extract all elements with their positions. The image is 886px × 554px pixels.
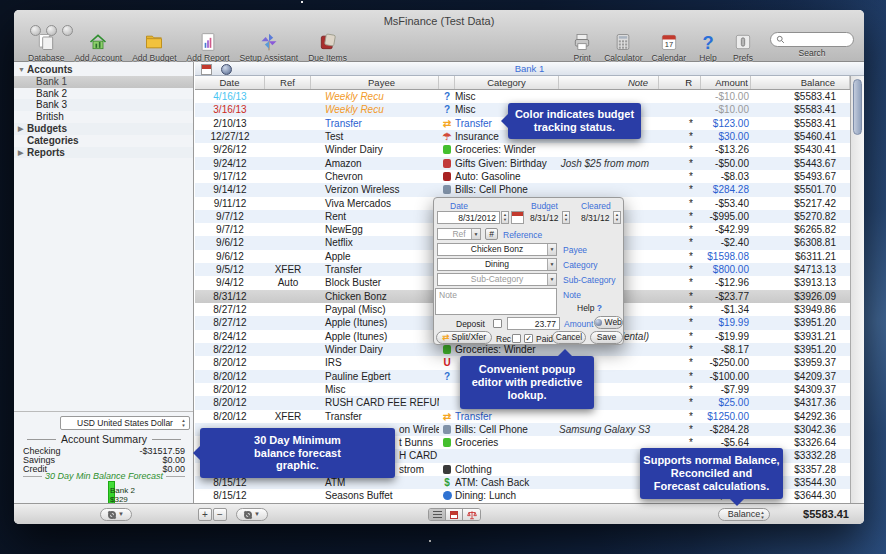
toolbar-button-setup-assistant[interactable]: Setup Assistant xyxy=(240,32,299,63)
sidebar-item-bank-3[interactable]: Bank 3 xyxy=(14,99,193,111)
column-header-payee[interactable]: Payee xyxy=(311,76,439,89)
sidebar-item-british[interactable]: British xyxy=(14,111,193,123)
transaction-row[interactable]: 4/16/13Weekly Recu?Misc-$10.00$5583.41 xyxy=(195,90,850,103)
balance-mode-select[interactable]: Balance ▲▼ xyxy=(718,508,770,521)
rec-checkbox[interactable] xyxy=(512,334,521,343)
deposit-checkbox[interactable] xyxy=(493,319,502,328)
sidebar-item-label: Bank 3 xyxy=(36,99,67,110)
cell-ref xyxy=(265,303,311,316)
combo-arrow-icon: ▼ xyxy=(547,274,556,285)
cell-category: Auto: Gasoline xyxy=(455,170,559,183)
atm-icon: $ xyxy=(444,477,450,488)
account-tab[interactable]: Bank 1 xyxy=(195,62,864,76)
vertical-scrollbar[interactable] xyxy=(850,76,864,503)
amount-field[interactable]: 23.77 xyxy=(507,317,560,330)
web-button[interactable]: Web xyxy=(594,316,623,329)
payee-combo[interactable]: Chicken Bonz ▼ xyxy=(437,243,557,256)
split-xfer-button[interactable]: ⇄ Split/Xfer xyxy=(436,331,492,344)
toolbar-button-due-items[interactable]: Due Items xyxy=(308,32,347,63)
column-header-r[interactable]: R xyxy=(659,76,701,89)
transaction-row[interactable]: 9/14/12Verizon WirelessBills: Cell Phone… xyxy=(195,183,850,196)
cell-note xyxy=(559,90,659,103)
cell-date: 8/22/12 xyxy=(195,343,265,356)
sidebar-item-bank-1[interactable]: Bank 1 xyxy=(14,76,193,88)
view-forecast-button[interactable] xyxy=(463,509,480,520)
currency-select[interactable]: USD United States Dollar ▲▼ xyxy=(60,416,190,430)
sidebar-item-bank-2[interactable]: Bank 2 xyxy=(14,88,193,100)
gear-icon xyxy=(244,511,252,519)
cell-amount: -$284.28 xyxy=(701,423,751,436)
category-icon: $ xyxy=(439,476,455,489)
cell-date: 9/7/12 xyxy=(195,210,265,223)
disclosure-open-icon[interactable]: ▼ xyxy=(18,64,25,76)
category-icon xyxy=(439,183,455,196)
search-input[interactable] xyxy=(770,32,854,47)
cell-reconciled: * xyxy=(659,197,701,210)
column-header-amount[interactable]: Amount xyxy=(701,76,751,89)
cell-reconciled: * xyxy=(659,396,701,409)
callout-text: Convenient popup editor with predictive … xyxy=(472,363,583,401)
sidebar-action-menu-button[interactable]: ▼ xyxy=(100,508,132,521)
column-header-date[interactable]: Date xyxy=(195,76,265,89)
category-icon xyxy=(439,489,455,502)
cell-amount: $284.28 xyxy=(701,183,751,196)
number-button[interactable]: # xyxy=(485,228,498,240)
toolbar-button-print[interactable]: Print xyxy=(569,32,595,63)
column-header-icon[interactable] xyxy=(439,76,455,89)
cell-category: Bills: Cell Phone xyxy=(455,183,559,196)
sidebar-item-categories[interactable]: Categories xyxy=(14,135,193,147)
toolbar-button-database[interactable]: Database xyxy=(28,32,64,63)
subcategory-combo[interactable]: Sub-Category ▼ xyxy=(437,273,557,286)
help-link[interactable]: Help ? xyxy=(577,303,602,313)
sidebar-item-budgets[interactable]: ▶Budgets xyxy=(14,123,193,135)
disclosure-closed-icon[interactable]: ▶ xyxy=(18,123,23,135)
toolbar-button-calendar[interactable]: 17Calendar xyxy=(652,32,687,63)
budget-stepper[interactable]: ▲▼ xyxy=(562,211,570,224)
paid-checkbox[interactable]: ✓ xyxy=(524,334,533,343)
sidebar-item-reports[interactable]: ▶Reports xyxy=(14,147,193,159)
date-stepper[interactable]: ▲▼ xyxy=(501,211,509,224)
view-list-button[interactable] xyxy=(429,509,446,520)
add-budget-icon xyxy=(141,32,167,52)
toolbar-button-add-budget[interactable]: Add Budget xyxy=(132,32,176,63)
column-header-ref[interactable]: Ref xyxy=(265,76,311,89)
date-calendar-button[interactable] xyxy=(511,211,524,224)
cell-amount: -$7.99 xyxy=(701,383,751,396)
disclosure-closed-icon[interactable]: ▶ xyxy=(18,147,23,159)
category-icon xyxy=(439,157,455,170)
remove-transaction-button[interactable]: − xyxy=(213,508,227,521)
add-transaction-button[interactable]: + xyxy=(198,508,212,521)
transaction-row[interactable]: 8/20/12XFERTransfer⇄Transfer*$1250.00$42… xyxy=(195,410,850,423)
column-header-category[interactable]: Category xyxy=(455,76,559,89)
toolbar-right: PrintCalculator17Calendar?HelpPrefs Sear… xyxy=(569,32,854,63)
toolbar-button-prefs[interactable]: Prefs xyxy=(730,32,756,63)
save-button[interactable]: Save xyxy=(590,331,623,344)
calendar-view-icon xyxy=(450,511,458,519)
transaction-row[interactable]: 9/26/12Winder DairyGroceries: Winder*-$1… xyxy=(195,143,850,156)
scrollbar-thumb[interactable] xyxy=(853,79,862,135)
cell-balance: $4209.37 xyxy=(751,370,850,383)
toolbar-button-calculator[interactable]: Calculator xyxy=(604,32,642,63)
toolbar-button-add-account[interactable]: Add Account xyxy=(74,32,122,63)
table-action-menu-button[interactable]: ▼ xyxy=(236,508,268,521)
date-field[interactable]: 8/31/2012 xyxy=(437,211,500,224)
ref-combo[interactable]: Ref ▼ xyxy=(437,228,481,240)
balance-mode-value: Balance xyxy=(728,509,761,519)
view-calendar-button[interactable] xyxy=(446,509,463,520)
cleared-stepper[interactable]: ▲▼ xyxy=(613,211,621,224)
transaction-row[interactable]: 9/17/12ChevronAuto: Gasoline*-$8.03$5493… xyxy=(195,170,850,183)
sidebar-item-accounts[interactable]: ▼Accounts xyxy=(14,64,193,76)
cancel-button[interactable]: Cancel xyxy=(552,331,586,344)
category-combo[interactable]: Dining ▼ xyxy=(437,258,557,271)
cell-balance: $6308.81 xyxy=(751,236,850,249)
cell-balance: $3949.86 xyxy=(751,303,850,316)
column-header-balance[interactable]: Balance xyxy=(751,76,850,89)
cell-balance: $5583.41 xyxy=(751,117,850,130)
toolbar-button-add-report[interactable]: Add Report xyxy=(187,32,230,63)
toolbar-button-help[interactable]: ?Help xyxy=(695,32,721,63)
column-header-note[interactable]: Note xyxy=(559,76,659,89)
transaction-row[interactable]: 9/24/12AmazonGifts Given: BirthdayJosh $… xyxy=(195,157,850,170)
cell-date: 8/31/12 xyxy=(195,290,265,303)
cell-amount: $1250.00 xyxy=(701,410,751,423)
note-field[interactable]: Note xyxy=(435,288,557,315)
